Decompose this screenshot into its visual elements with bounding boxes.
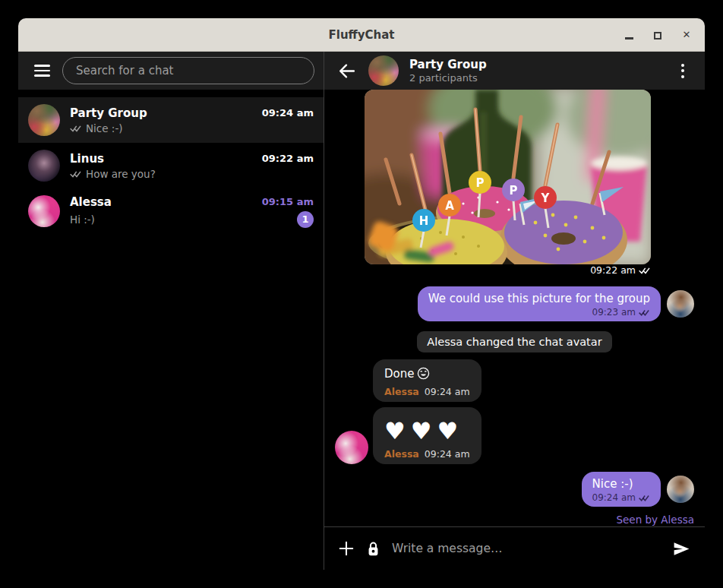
chat-pane: Party Group 2 participants [324,52,705,570]
message-bubble[interactable]: Done Alessa 09:24 am [373,359,481,402]
party-group-avatar [28,104,60,136]
send-icon[interactable] [672,539,691,558]
chat-name: Party Group [70,106,262,120]
read-receipt-icon [70,169,82,178]
message-time: 09:24 am [592,492,636,503]
chat-list-item-party-group[interactable]: Party Group 09:24 am Nice :-) [18,97,324,143]
message-time: 09:24 am [425,448,470,460]
attachment-plus-icon[interactable] [338,540,355,557]
sidebar-appbar [18,52,324,90]
chat-time: 09:15 am [262,196,314,207]
message-text: We could use this picture for the group [428,291,650,306]
seen-by-label: Seen by Alessa [616,514,694,526]
message-row-own: Nice :-) 09:24 am [335,472,694,507]
sender-name: Alessa [384,448,419,460]
message-row-own: We could use this picture for the group … [335,286,694,321]
chat-name: Alessa [70,195,262,209]
read-receipt-icon [639,308,650,316]
alessa-avatar [28,195,60,227]
system-message: Alessa changed the chat avatar [417,331,611,352]
svg-text:Y: Y [541,191,551,205]
chat-header-avatar[interactable] [368,55,399,86]
seen-by-row: Seen by Alessa [335,514,694,526]
own-avatar[interactable] [667,476,694,503]
chat-last-message: Nice :-) [86,122,123,134]
chat-time: 09:24 am [262,107,314,119]
message-text: Done [384,367,414,381]
avatar-slot [335,431,368,464]
message-time: 09:24 am [425,386,470,397]
hearts-emoji-text: ♥♥♥ [384,414,470,446]
overflow-menu-icon[interactable] [668,56,697,85]
svg-text:H: H [419,214,429,228]
read-receipt-icon [639,494,650,501]
minimize-button[interactable] [623,29,635,41]
message-time: 09:23 am [592,307,636,318]
search-input[interactable] [62,57,314,84]
chat-participants: 2 participants [409,72,661,84]
own-avatar[interactable] [667,290,694,318]
sender-name: Alessa [384,386,419,397]
unread-badge: 1 [297,211,314,228]
photo-message-image[interactable]: H A P P Y [365,90,651,264]
window-titlebar: FluffyChat ✕ [18,18,705,52]
message-bubble[interactable]: Nice :-) 09:24 am [582,472,661,507]
linus-avatar [28,150,60,182]
svg-text:A: A [445,199,454,213]
message-time: 09:22 am [590,264,636,276]
message-composer [324,526,705,570]
hamburger-menu-icon[interactable] [27,56,56,85]
message-image-row: H A P P Y [335,90,651,264]
encryption-lock-icon [366,541,380,557]
smiling-face-emoji-icon [417,367,430,384]
back-arrow-icon[interactable] [332,56,361,85]
chat-last-message: How are you? [86,168,156,180]
image-message-meta: 09:22 am [335,264,651,276]
message-bubble[interactable]: ♥♥♥ Alessa 09:24 am [373,407,481,464]
chat-list-item-alessa[interactable]: Alessa 09:15 am Hi :-) 1 [18,188,324,234]
message-row-alessa: Done Alessa 09:24 am [335,359,694,402]
chat-name: Linus [70,152,262,166]
message-row-alessa: ♥♥♥ Alessa 09:24 am [335,407,694,464]
chat-list-item-linus[interactable]: Linus 09:22 am How are you? [18,143,324,188]
window-title: FluffyChat [329,28,395,42]
message-list: H A P P Y [324,90,705,526]
svg-text:P: P [476,176,485,190]
window-controls: ✕ [623,18,693,51]
alessa-avatar[interactable] [335,431,368,464]
system-message-row: Alessa changed the chat avatar [335,331,694,352]
message-bubble[interactable]: We could use this picture for the group … [418,286,661,321]
app-window: FluffyChat ✕ Party Group 09:24 am [18,18,705,570]
chat-appbar: Party Group 2 participants [324,52,705,90]
chat-title: Party Group [409,58,661,71]
chat-list: Party Group 09:24 am Nice :-) [18,90,324,570]
message-text: Nice :-) [592,476,650,492]
maximize-button[interactable] [652,29,664,41]
close-button[interactable]: ✕ [680,29,693,41]
chat-time: 09:22 am [262,153,314,164]
read-receipt-icon [639,266,651,274]
message-input[interactable] [392,542,661,555]
chat-last-message: Hi :-) [70,213,95,226]
read-receipt-icon [70,124,82,132]
svg-text:P: P [510,184,518,198]
chat-list-sidebar: Party Group 09:24 am Nice :-) [18,52,324,570]
